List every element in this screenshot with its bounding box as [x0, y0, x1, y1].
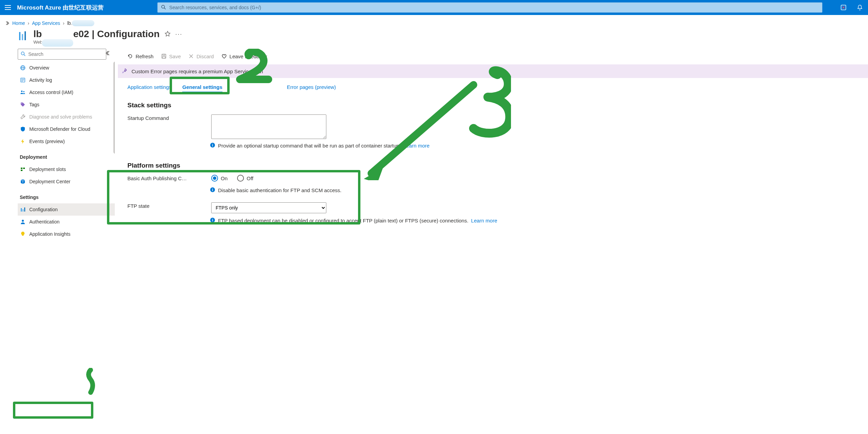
svg-rect-22: [23, 168, 25, 169]
tag-icon: [20, 102, 26, 108]
discard-icon: [188, 53, 194, 59]
feedback-button[interactable]: Leave Feedback: [221, 53, 267, 59]
breadcrumb-current: lb……02: [67, 20, 86, 26]
refresh-button[interactable]: Refresh: [127, 53, 154, 59]
link-learn-more[interactable]: Learn more: [471, 218, 497, 223]
radio-dot-icon: [237, 175, 244, 182]
nav-access-control[interactable]: Access control (IAM): [18, 86, 115, 98]
notifications-icon[interactable]: [856, 4, 863, 11]
svg-point-9: [21, 52, 24, 55]
banner-text: Custom Error pages requires a premium Ap…: [131, 68, 263, 74]
nav-label: Access control (IAM): [29, 90, 73, 95]
nav-configuration[interactable]: Configuration: [18, 203, 115, 216]
globe-icon: [20, 65, 26, 71]
label-startup-command: Startup Command: [127, 114, 211, 121]
nav-label: Activity log: [29, 77, 52, 83]
svg-rect-26: [24, 207, 25, 212]
svg-rect-6: [19, 32, 20, 40]
breadcrumb-home[interactable]: Home: [12, 20, 25, 26]
link-learn-more[interactable]: Learn more: [403, 143, 430, 149]
save-button: Save: [161, 53, 181, 59]
info-icon: i: [210, 217, 215, 224]
tab-error-pages[interactable]: Error pages (preview): [287, 84, 336, 93]
azure-topbar: Microsoft Azure 由世纪互联运营: [0, 0, 868, 15]
bars-icon: [20, 206, 26, 213]
help-startup: i Provide an optional startup command th…: [210, 142, 868, 149]
radio-group-basic-auth: On Off: [211, 175, 253, 182]
svg-text:i: i: [212, 218, 213, 222]
bulb-icon: [20, 231, 26, 237]
expand-menu-icon[interactable]: [5, 21, 10, 25]
nav-group-deployment: Deployment: [18, 151, 115, 163]
svg-point-18: [21, 91, 22, 92]
global-search[interactable]: [157, 2, 822, 13]
resource-search[interactable]: [18, 49, 106, 60]
heart-icon: [221, 53, 227, 59]
config-tabs: Application settings General settings De…: [118, 84, 868, 93]
nav-overview[interactable]: Overview: [18, 62, 115, 74]
toolbar-label: Discard: [197, 53, 214, 59]
nav-diagnose[interactable]: Diagnose and solve problems: [18, 111, 115, 123]
svg-point-20: [21, 103, 22, 104]
nav-deployment-center[interactable]: Deployment Center: [18, 175, 115, 188]
nav-events[interactable]: Events (preview): [18, 135, 115, 148]
radio-basic-auth-on[interactable]: On: [211, 175, 228, 182]
more-icon[interactable]: ···: [175, 31, 183, 38]
cube-icon: [20, 179, 26, 185]
discard-button: Discard: [188, 53, 214, 59]
svg-point-27: [22, 220, 24, 222]
toolbar-label: Save: [169, 53, 181, 59]
nav-defender[interactable]: Microsoft Defender for Cloud: [18, 123, 115, 135]
select-ftp-state[interactable]: FTPS only: [211, 202, 326, 213]
radio-label: On: [221, 175, 228, 181]
nav-deployment-slots[interactable]: Deployment slots: [18, 163, 115, 175]
favorite-star-icon[interactable]: [165, 31, 171, 38]
rocket-icon: [121, 68, 127, 75]
help-text: Disable basic authentication for FTP and…: [218, 187, 341, 193]
svg-rect-7: [22, 34, 23, 40]
row-startup-command: Startup Command: [127, 114, 868, 139]
chevron-right-icon: ›: [63, 20, 65, 26]
svg-rect-8: [25, 31, 26, 40]
person-icon: [20, 219, 26, 225]
input-startup-command[interactable]: [211, 114, 326, 139]
resource-search-input[interactable]: [28, 51, 103, 57]
nav-authentication[interactable]: Authentication: [18, 216, 115, 228]
shield-icon: [20, 126, 26, 132]
bolt-icon: [20, 138, 26, 144]
label-basic-auth: Basic Auth Publishing C…: [127, 175, 211, 181]
nav-label: Overview: [29, 65, 49, 71]
page-header: lbe02 | Configuration ··· Web App: [0, 27, 868, 49]
copilot-icon[interactable]: [840, 4, 847, 11]
refresh-icon: [127, 53, 133, 59]
webapp-icon: [18, 31, 29, 42]
nav-label: Events (preview): [29, 139, 65, 144]
svg-text:i: i: [212, 188, 213, 192]
svg-rect-23: [21, 170, 22, 171]
nav-app-insights[interactable]: Application Insights: [18, 228, 115, 240]
tab-application-settings[interactable]: Application settings: [127, 84, 171, 93]
log-icon: [20, 77, 26, 83]
help-ftp: i FTP based deployment can be disabled o…: [210, 217, 868, 224]
breadcrumb: Home › App Services › lb……02: [0, 15, 868, 27]
resource-sidebar: Overview Activity log Access control (IA…: [0, 49, 102, 433]
nav-label: Microsoft Defender for Cloud: [29, 126, 90, 132]
help-basic-auth: i Disable basic authentication for FTP a…: [210, 187, 868, 193]
row-basic-auth: Basic Auth Publishing C… On Off: [127, 175, 868, 182]
nav-tags[interactable]: Tags: [18, 98, 115, 111]
chevron-right-icon: ›: [28, 20, 29, 26]
label-ftp-state: FTP state: [127, 202, 211, 209]
global-search-input[interactable]: [169, 5, 819, 10]
resource-nav: Overview Activity log Access control (IA…: [18, 62, 115, 434]
svg-point-33: [125, 69, 126, 70]
svg-line-10: [24, 55, 25, 56]
help-text: FTP based deployment can be disabled or …: [218, 218, 468, 223]
page-title: lbe02 | Configuration: [33, 29, 160, 40]
nav-activity-log[interactable]: Activity log: [18, 74, 115, 86]
search-icon: [161, 5, 166, 11]
radio-basic-auth-off[interactable]: Off: [237, 175, 253, 182]
hamburger-icon[interactable]: [5, 5, 11, 10]
breadcrumb-appservices[interactable]: App Services: [32, 20, 60, 26]
tab-general-settings[interactable]: General settings: [182, 84, 222, 93]
nav-label: Authentication: [29, 219, 60, 224]
